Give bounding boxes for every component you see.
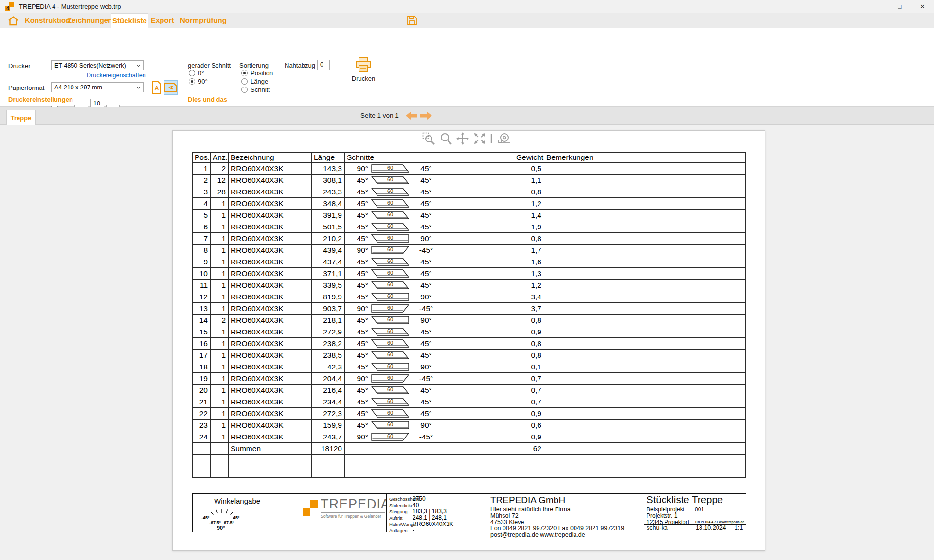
minimize-button[interactable]: – — [865, 0, 888, 13]
menu-item-export[interactable]: Export — [151, 13, 174, 28]
cell-bemerkung — [544, 315, 746, 326]
nahtabzug-label: Nahtabzug — [285, 62, 315, 69]
cell-laenge: 348,4 — [312, 198, 345, 210]
save-icon[interactable] — [407, 15, 417, 26]
menu-item-zeichnungen[interactable]: Zeichnungen — [67, 13, 112, 28]
table-row: 81RRO60X40X3K439,490°60-45°1,7 — [193, 245, 746, 256]
cut-angle-left: 45° — [345, 188, 368, 196]
cut-angle-right: 45° — [412, 351, 440, 360]
cell-bezeichnung: RRO60X40X3K — [229, 210, 312, 221]
angle-label: 90° — [217, 525, 225, 531]
table-row: 191RRO60X40X3K204,490°60-45°0,7 — [193, 373, 746, 385]
cut-angle-left: 45° — [345, 316, 368, 325]
cell-bemerkung — [544, 455, 746, 466]
drucken-button[interactable]: Drucken — [341, 57, 386, 88]
header-bezeichnung: Bezeichnung — [229, 153, 312, 163]
cell-anz: 1 — [211, 431, 229, 443]
svg-text:60: 60 — [387, 281, 393, 287]
cut-profile-shape: 60 — [371, 188, 409, 196]
cell-bemerkung — [544, 443, 746, 455]
radio-90-grad[interactable]: 90° — [189, 78, 208, 85]
orientation-portrait-icon[interactable]: A — [150, 80, 163, 95]
maximize-button[interactable]: □ — [888, 0, 911, 13]
svg-text:60: 60 — [387, 363, 393, 369]
cut-angle-left: 90° — [345, 433, 368, 441]
tab-treppe[interactable]: Treppe — [6, 110, 36, 125]
trepedia-logo-text: TREPEDIA — [321, 497, 390, 512]
cut-profile-shape: 60 — [371, 409, 409, 418]
cut-angle-right: 45° — [412, 176, 440, 185]
menu-item-stueckliste[interactable]: Stückliste — [111, 13, 148, 28]
fit-view-icon[interactable] — [473, 132, 486, 145]
trepedia-logo-icon — [303, 508, 310, 516]
svg-text:60: 60 — [387, 200, 393, 206]
cell-bemerkung — [544, 268, 746, 280]
cell-gewicht: 1,2 — [514, 198, 544, 210]
close-button[interactable]: ✕ — [911, 0, 934, 13]
cut-angle-right: 45° — [412, 199, 440, 208]
next-page-icon[interactable] — [420, 112, 432, 120]
toolbar-separator — [490, 133, 492, 144]
table-row: 91RRO60X40X3K437,445°6045°1,6 — [193, 256, 746, 268]
cell-gewicht: 1,2 — [514, 280, 544, 291]
table-header-row: Pos. Anz. Bezeichnung Länge Schnitte Gew… — [193, 153, 746, 163]
cell-schnitte — [345, 466, 514, 478]
drawing-footer: Winkelangabe -45° 45° -67.5° 67.5° 90° — [192, 493, 746, 532]
cut-angle-left: 45° — [345, 328, 368, 336]
cell-laenge: 218,1 — [312, 315, 345, 326]
menu-item-normpruefung[interactable]: Normprüfung — [180, 13, 227, 28]
cell-bezeichnung: RRO60X40X3K — [229, 303, 312, 315]
cut-profile-shape: 60 — [371, 246, 409, 254]
cell-bezeichnung: RRO60X40X3K — [229, 233, 312, 245]
cell-gewicht: 0,1 — [514, 361, 544, 373]
cut-angle-right: 90° — [412, 293, 440, 301]
cell-schnitte: 45°6045° — [345, 280, 514, 291]
cut-angle-left: 45° — [345, 386, 368, 395]
cell-bezeichnung: RRO60X40X3K — [229, 163, 312, 175]
cell-schnitte: 45°6090° — [345, 420, 514, 431]
cut-profile-shape: 60 — [371, 316, 409, 324]
menu-item-konstruktion[interactable]: Konstruktion — [25, 13, 70, 28]
cell-gewicht: 1,1 — [514, 175, 544, 186]
cut-profile-shape: 60 — [371, 304, 409, 313]
nahtabzug-input[interactable]: 0 — [317, 60, 330, 70]
cut-angle-left: 45° — [345, 199, 368, 208]
zoom-selection-icon[interactable] — [422, 132, 435, 145]
cell-schnitte: 45°6090° — [345, 233, 514, 245]
radio-laenge[interactable]: Länge — [241, 78, 268, 85]
cell-schnitte: 90°60-45° — [345, 245, 514, 256]
cell-schnitte: 90°60-45° — [345, 431, 514, 443]
cell-schnitte: 45°6045° — [345, 198, 514, 210]
home-icon[interactable] — [7, 16, 19, 26]
measure-tape-icon[interactable] — [497, 132, 511, 145]
cut-angle-left: 45° — [345, 234, 368, 243]
cell-laenge: 439,4 — [312, 245, 345, 256]
company-email: post@trepedia.de www.trepedia.de — [490, 531, 585, 538]
orientation-landscape-icon[interactable]: A — [164, 80, 178, 95]
papierformat-label: Papierformat — [8, 84, 44, 91]
radio-0-grad[interactable]: 0° — [189, 70, 204, 77]
cell-pos: 23 — [193, 420, 211, 431]
previous-page-icon[interactable] — [406, 112, 417, 120]
table-row: 51RRO60X40X3K391,945°6045°1,4 — [193, 210, 746, 221]
svg-text:60: 60 — [387, 211, 393, 217]
cut-angle-left: 45° — [345, 398, 368, 406]
project-number: 001 — [695, 506, 704, 513]
pan-icon[interactable] — [456, 132, 469, 145]
spec-value: 40 — [413, 502, 419, 508]
cell-bezeichnung: RRO60X40X3K — [229, 268, 312, 280]
radio-schnitt[interactable]: Schnitt — [241, 86, 270, 93]
drucker-select[interactable]: ET-4850 Series(Netzwerk) — [51, 60, 144, 70]
druckereigenschaften-link[interactable]: Druckereigenschaften — [87, 72, 146, 79]
radio-position[interactable]: Position — [241, 70, 273, 77]
table-row: 121RRO60X40X3K819,945°6090°3,4 — [193, 291, 746, 303]
papierformat-select[interactable]: A4 210 x 297 mm — [51, 82, 144, 92]
header-schnitte: Schnitte — [345, 153, 514, 163]
cell-gewicht: 0,7 — [514, 396, 544, 408]
zoom-icon[interactable] — [440, 132, 452, 145]
cut-angle-left: 45° — [345, 211, 368, 220]
table-row: 161RRO60X40X3K238,245°6045°0,8 — [193, 338, 746, 350]
cell-anz: 1 — [211, 291, 229, 303]
table-sum-row: Summen1812062 — [193, 443, 746, 455]
cell-anz: 1 — [211, 326, 229, 338]
